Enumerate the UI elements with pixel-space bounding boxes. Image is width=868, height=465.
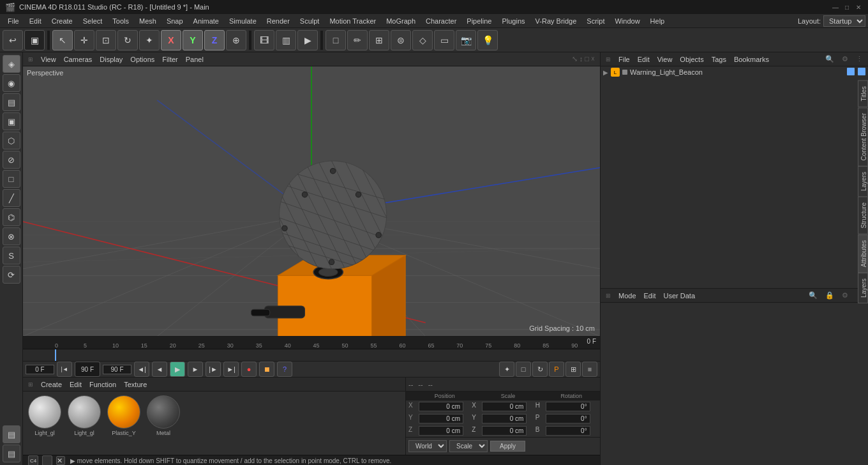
world-dropdown[interactable]: World [408, 440, 447, 452]
menu-item-mesh[interactable]: Mesh [134, 16, 161, 26]
anim-pos[interactable]: P [549, 362, 564, 377]
material-item[interactable]: Light_gl [27, 395, 63, 436]
menu-item-motion-tracker[interactable]: Motion Tracker [324, 16, 381, 26]
rotate-tool[interactable]: ↻ [117, 30, 138, 50]
surface-tool[interactable]: ⟳ [3, 266, 20, 284]
side-tab-attributes[interactable]: Attributes [858, 234, 868, 273]
menu-item-animate[interactable]: Animate [188, 16, 224, 26]
layer2[interactable]: ▤ [3, 445, 20, 462]
prev-frame[interactable]: ◄ [152, 362, 167, 377]
status-close[interactable]: ✕ [56, 456, 65, 465]
viewport-main[interactable]: Perspective Grid Spacing : 10 cm [23, 66, 600, 336]
obj-tags[interactable]: Tags [709, 56, 729, 63]
select-tool[interactable]: ↖ [52, 30, 73, 50]
minimize-button[interactable]: — [831, 3, 840, 11]
side-tab-content-browser[interactable]: Content Browser [858, 107, 868, 166]
light-tool[interactable]: 💡 [477, 30, 498, 50]
menu-item-select[interactable]: Select [78, 16, 108, 26]
scale-z-field[interactable] [482, 426, 527, 436]
side-tab-layers2[interactable]: Layers [858, 273, 868, 303]
attr-mode[interactable]: Mode [616, 292, 639, 300]
anim-autokey[interactable]: ↻ [532, 362, 548, 377]
render-all[interactable]: ▶ [297, 30, 318, 50]
object-mode[interactable]: □ [326, 30, 346, 50]
obj-view[interactable]: View [655, 56, 675, 63]
menu-item-snap[interactable]: Snap [161, 16, 188, 26]
stop-record[interactable]: ⏹ [259, 362, 274, 377]
x-axis[interactable]: X [161, 30, 181, 50]
search-icon[interactable]: 🔍 [823, 55, 837, 63]
anim-dope[interactable]: ≡ [582, 362, 597, 377]
menu-item-plugins[interactable]: Plugins [497, 16, 530, 26]
go-to-end[interactable]: ►| [223, 362, 239, 377]
rot-b-field[interactable] [546, 426, 590, 436]
cloner-tool[interactable]: ⊜ [391, 30, 411, 50]
menu-item-character[interactable]: Character [421, 16, 461, 26]
menu-item-edit[interactable]: Edit [24, 16, 47, 26]
menu-item-simulate[interactable]: Simulate [224, 16, 262, 26]
deformer-tool[interactable]: ◇ [412, 30, 433, 50]
next-keyframe[interactable]: |► [206, 362, 221, 377]
move-tool[interactable]: ✛ [74, 30, 94, 50]
obj-more-icon[interactable]: ⋮ [853, 55, 865, 63]
menu-item-window[interactable]: Window [610, 16, 645, 26]
mat-edit[interactable]: Edit [67, 381, 84, 388]
array-tool[interactable]: ⊞ [369, 30, 389, 50]
side-tab-structure[interactable]: Structure [858, 197, 868, 234]
layout-select[interactable]: Startup [823, 15, 865, 27]
next-frame[interactable]: ► [188, 362, 203, 377]
info-btn[interactable]: ? [277, 362, 292, 377]
boole-tool[interactable]: ⊘ [3, 151, 20, 169]
attr-settings-icon[interactable]: ⚙ [839, 291, 851, 300]
pen-tool[interactable]: ✏ [347, 30, 368, 50]
menu-item-script[interactable]: Script [581, 16, 610, 26]
end-frame-field[interactable] [103, 365, 131, 374]
magnet-tool[interactable]: ⊗ [3, 227, 20, 245]
material-item[interactable]: Plastic_Y [106, 395, 142, 436]
menu-item-pipeline[interactable]: Pipeline [461, 16, 497, 26]
obj-objects[interactable]: Objects [677, 56, 706, 63]
view-menu[interactable]: View [38, 56, 59, 63]
obj-file[interactable]: File [616, 56, 632, 63]
panel-menu[interactable]: Panel [183, 56, 206, 63]
y-axis[interactable]: Y [183, 30, 203, 50]
cameras-menu[interactable]: Cameras [61, 56, 95, 63]
brush-tool[interactable]: ⌬ [3, 208, 20, 226]
menu-item-sculpt[interactable]: Sculpt [295, 16, 325, 26]
layer-tool[interactable]: ▤ [3, 93, 20, 111]
live-selection-tool[interactable]: ◈ [3, 55, 20, 73]
attr-edit[interactable]: Edit [641, 292, 659, 300]
attr-userdata[interactable]: User Data [661, 292, 698, 300]
undo-button[interactable]: ↩ [3, 30, 23, 50]
anim-record-btn[interactable]: □ [516, 362, 531, 377]
material-item[interactable]: Metal [146, 395, 181, 436]
filter-menu[interactable]: Filter [160, 56, 180, 63]
render-small-button[interactable]: ▣ [24, 30, 45, 50]
polygon-tool[interactable]: ◉ [3, 74, 20, 92]
mat-function[interactable]: Function [87, 381, 119, 388]
current-frame-field[interactable] [26, 365, 54, 374]
attr-search-icon[interactable]: 🔍 [806, 291, 820, 300]
anim-key-btn[interactable]: ✦ [499, 362, 514, 377]
obj-bookmarks[interactable]: Bookmarks [731, 56, 772, 63]
obj-settings-icon[interactable]: ⚙ [839, 55, 851, 63]
attr-lock-icon[interactable]: 🔒 [823, 291, 837, 300]
scale-y-field[interactable] [482, 414, 527, 423]
scale-tool[interactable]: ⊡ [96, 30, 116, 50]
floor-tool[interactable]: ▭ [434, 30, 454, 50]
cube-tool[interactable]: □ [3, 170, 20, 188]
display-menu[interactable]: Display [97, 56, 125, 63]
record-btn[interactable]: ● [241, 362, 257, 377]
side-tab-layers[interactable]: Layers [858, 166, 868, 197]
camera-tool[interactable]: 📷 [456, 30, 476, 50]
side-tab-titles[interactable]: Titles [858, 80, 868, 107]
z-axis[interactable]: Z [204, 30, 225, 50]
anim-grid[interactable]: ⊞ [565, 362, 581, 377]
object-row[interactable]: ▶ L Warning_Light_Beacon [601, 66, 868, 78]
layer-active[interactable]: ▤ [3, 425, 20, 443]
render-view[interactable]: 🎞 [254, 30, 274, 50]
close-button[interactable]: ✕ [854, 3, 863, 11]
line-tool[interactable]: ╱ [3, 189, 20, 207]
transform-tool[interactable]: ✦ [139, 30, 160, 50]
obj-edit[interactable]: Edit [635, 56, 652, 63]
